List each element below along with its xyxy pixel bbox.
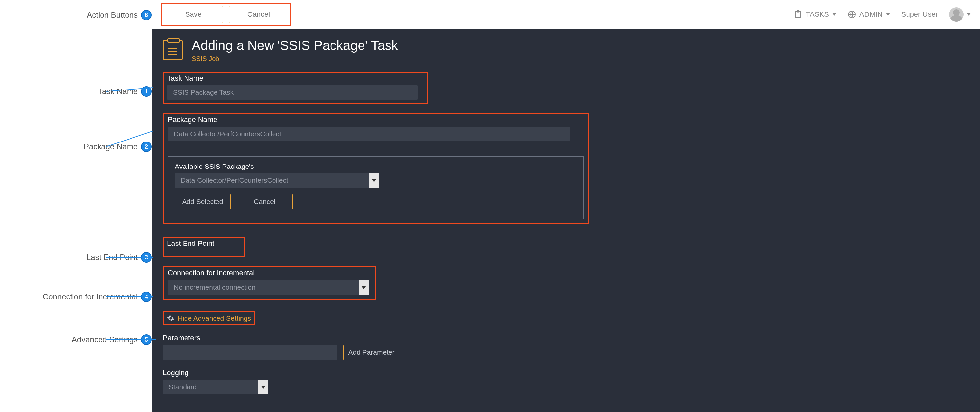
- connection-incremental-label: Connection for Incremental: [168, 269, 371, 277]
- page-subtitle: SSIS Job: [192, 55, 398, 63]
- main-form-panel: Adding a New 'SSIS Package' Task SSIS Jo…: [151, 29, 980, 412]
- clipboard-page-icon: [163, 40, 183, 60]
- annotation-label: Connection for Incremental: [43, 292, 138, 301]
- caret-down-icon: [967, 13, 971, 16]
- annotation-badge: 6: [141, 10, 151, 21]
- caret-down-icon: [832, 13, 836, 16]
- last-end-point-highlight: Last End Point: [163, 237, 245, 257]
- package-name-label: Package Name: [168, 116, 584, 124]
- advanced-settings-toggle-label: Hide Advanced Settings: [178, 314, 251, 322]
- annotation-badge: 2: [141, 141, 151, 152]
- user-menu[interactable]: [949, 7, 971, 22]
- available-packages-label: Available SSIS Package's: [175, 163, 577, 170]
- available-packages-box: Available SSIS Package's Add Selected Ca…: [168, 156, 584, 219]
- clipboard-icon: [794, 10, 802, 19]
- annotation-badge: 1: [141, 86, 151, 97]
- add-parameter-button[interactable]: Add Parameter: [344, 345, 399, 360]
- admin-label: ADMIN: [859, 10, 883, 19]
- parameters-label: Parameters: [163, 334, 969, 342]
- logging-label: Logging: [163, 369, 969, 377]
- top-bar: Save Cancel TASKS ADMIN Super User: [151, 0, 980, 29]
- add-selected-button[interactable]: Add Selected: [175, 194, 231, 209]
- parameters-input[interactable]: [163, 345, 337, 360]
- gear-icon: [167, 315, 174, 322]
- annotation-label: Package Name: [84, 142, 138, 151]
- annotation-badge: 3: [141, 252, 151, 263]
- annotation-label: Last End Point: [86, 253, 138, 262]
- task-name-label: Task Name: [167, 74, 424, 82]
- annotation-label: Task Name: [98, 87, 138, 96]
- admin-menu[interactable]: ADMIN: [848, 10, 890, 19]
- available-packages-select[interactable]: [175, 173, 379, 188]
- connection-incremental-highlight: Connection for Incremental: [163, 266, 376, 300]
- page-title: Adding a New 'SSIS Package' Task: [192, 38, 398, 53]
- package-name-highlight: Package Name Available SSIS Package's Ad…: [163, 113, 589, 224]
- advanced-settings-highlight: Hide Advanced Settings: [163, 311, 255, 325]
- advanced-settings-toggle[interactable]: Hide Advanced Settings: [167, 314, 251, 322]
- current-user: Super User: [901, 10, 938, 19]
- action-buttons-highlight: Save Cancel: [161, 3, 291, 26]
- caret-down-icon: [886, 13, 890, 16]
- last-end-point-label: Last End Point: [167, 239, 241, 248]
- avatar-icon: [949, 7, 964, 22]
- globe-icon: [848, 10, 856, 19]
- save-button[interactable]: Save: [164, 6, 223, 23]
- cancel-button[interactable]: Cancel: [229, 6, 288, 23]
- annotation-badge: 5: [141, 334, 151, 345]
- tasks-label: TASKS: [806, 10, 829, 19]
- tasks-menu[interactable]: TASKS: [794, 10, 836, 19]
- annotation-column: Action Buttons 6 Task Name 1 Package Nam…: [0, 0, 151, 412]
- annotation-label: Action Buttons: [87, 11, 138, 20]
- cancel-selection-button[interactable]: Cancel: [237, 194, 293, 209]
- annotation-label: Advanced Settings: [72, 335, 138, 344]
- task-name-highlight: Task Name: [163, 72, 428, 104]
- annotation-badge: 4: [141, 292, 151, 302]
- task-name-input[interactable]: [167, 85, 417, 100]
- connection-incremental-select[interactable]: [168, 280, 369, 295]
- logging-select[interactable]: [163, 380, 268, 394]
- package-name-input[interactable]: [168, 127, 570, 141]
